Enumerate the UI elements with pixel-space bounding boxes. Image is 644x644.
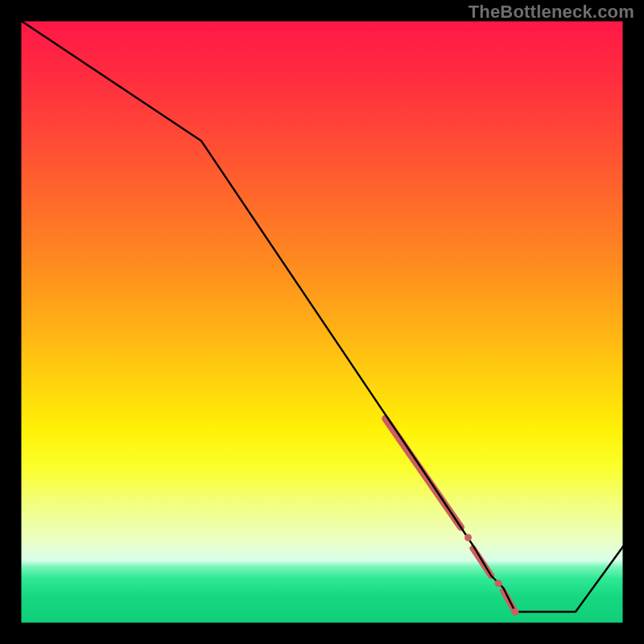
highlight-point xyxy=(512,609,519,616)
highlight-point xyxy=(495,580,502,587)
highlight-point xyxy=(464,534,472,541)
chart-stage: TheBottleneck.com xyxy=(0,0,644,644)
bottleneck-chart xyxy=(0,0,644,644)
